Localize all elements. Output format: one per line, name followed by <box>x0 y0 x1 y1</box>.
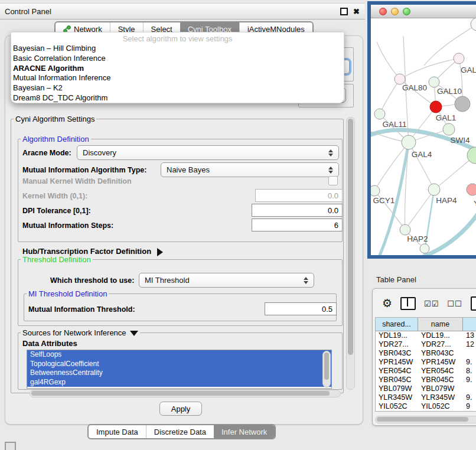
which-threshold-combobox[interactable]: MI Threshold <box>139 273 314 288</box>
table-horizontal-scrollbar[interactable] <box>375 416 476 423</box>
table-cell[interactable]: YDR27... <box>418 340 463 349</box>
table-cell[interactable]: YLR345W <box>418 393 463 402</box>
table-cell[interactable]: YLR345W <box>376 393 418 402</box>
table-row[interactable]: YDL19...YDL19...13 <box>376 331 476 340</box>
data-attribute-item[interactable]: BetweennessCentrality <box>27 369 331 378</box>
table-cell[interactable]: YBR045C <box>418 376 463 384</box>
table-cell[interactable]: YBL079W <box>418 384 463 393</box>
network-node-label: SWI4 <box>450 136 470 145</box>
network-node-gal[interactable] <box>454 53 464 64</box>
deselect-all-checkboxes-icon[interactable]: ☐☐ <box>447 299 462 308</box>
column-header-shared[interactable]: shared... <box>376 318 418 331</box>
table-row[interactable]: YIL052CYIL052C9 <box>376 402 476 411</box>
new-table-icon[interactable] <box>471 296 476 311</box>
control-panel-titlebar: Control Panel ✖ <box>0 3 365 19</box>
kernel-width-field[interactable]: 0.0 <box>255 189 343 202</box>
data-attribute-item[interactable]: gal4RGexp <box>27 378 331 387</box>
table-cell[interactable]: YPR145W <box>418 358 463 367</box>
table-row[interactable]: YBR043CYBR043C <box>376 349 476 358</box>
gear-icon[interactable]: ⚙ <box>382 298 392 309</box>
table-cell[interactable]: 12 <box>463 340 476 349</box>
table-row[interactable]: YBR045CYBR045C9. <box>376 376 476 384</box>
table-cell[interactable]: YER054C <box>418 367 463 376</box>
table-cell[interactable]: YDR27... <box>376 340 418 349</box>
table-cell[interactable]: YBR043C <box>418 349 463 358</box>
split-columns-icon[interactable] <box>400 297 416 310</box>
network-node-gal4[interactable] <box>402 135 416 149</box>
apply-button[interactable]: Apply <box>159 402 202 416</box>
table-cell[interactable]: YBR043C <box>376 349 418 358</box>
table-cell[interactable]: YBL079W <box>376 384 418 393</box>
network-node-y[interactable] <box>467 184 476 195</box>
close-window-icon[interactable] <box>379 8 387 15</box>
algorithm-option[interactable]: ARACNE Algorithm <box>11 64 344 74</box>
mini-palette-icon[interactable] <box>5 442 16 450</box>
network-node-label: GAL80 <box>402 83 427 92</box>
network-canvas[interactable]: GALGAL80GAL10GAL11GAL1GAL4SWI4GCY1HAP4YH… <box>371 18 476 255</box>
table-cell[interactable]: YER054C <box>376 367 418 376</box>
table-cell[interactable]: 8. <box>463 367 476 376</box>
algorithm-option[interactable]: Mutual Information Inference <box>11 73 344 83</box>
manual-kernel-width-checkbox[interactable] <box>328 176 338 185</box>
table-cell[interactable]: 9. <box>463 376 476 384</box>
network-node-gal1[interactable] <box>443 123 455 135</box>
sources-title[interactable]: Sources for Network Inference <box>21 328 140 337</box>
table-horizontal-scrollbar-thumb[interactable] <box>377 417 468 422</box>
settings-horizontal-scrollbar[interactable] <box>30 390 341 397</box>
dpi-tolerance-field[interactable]: 0.0 <box>252 204 343 217</box>
algorithm-option[interactable]: Basic Correlation Inference <box>11 54 344 64</box>
attributes-vertical-scrollbar[interactable] <box>322 351 331 387</box>
data-attribute-item[interactable]: SelfLoops <box>27 350 331 360</box>
table-cell[interactable]: 9. <box>463 358 476 367</box>
column-header-partial[interactable] <box>463 318 476 331</box>
network-window-titlebar[interactable] <box>371 5 476 18</box>
network-node-gcy1[interactable] <box>371 185 380 196</box>
table-cell[interactable]: YDL19... <box>418 331 463 340</box>
table-cell[interactable]: 9. <box>463 393 476 402</box>
table-cell[interactable]: YBR045C <box>376 376 418 384</box>
settings-vertical-scrollbar[interactable] <box>346 117 355 390</box>
select-all-checkboxes-icon[interactable]: ☑☑ <box>424 299 439 308</box>
table-cell[interactable]: YPR145W <box>376 358 418 367</box>
mi-threshold-field[interactable]: 0.5 <box>265 302 337 315</box>
algorithm-option[interactable]: Dream8 DC_TDC Algorithm <box>11 93 344 103</box>
mi-steps-field[interactable]: 6 <box>252 219 343 231</box>
network-node-gal11[interactable] <box>374 109 385 119</box>
table-cell[interactable] <box>463 384 476 393</box>
table-row[interactable]: YER054CYER054C8. <box>376 367 476 376</box>
algorithm-option[interactable]: Bayesian – Hill Climbing <box>11 44 344 54</box>
algorithm-option[interactable]: Bayesian – K2 <box>11 83 344 93</box>
close-panel-icon[interactable]: ✖ <box>353 8 360 15</box>
table-cell[interactable]: 9 <box>463 402 476 411</box>
settings-horizontal-scrollbar-thumb[interactable] <box>31 391 330 396</box>
tab-impute-data[interactable]: Impute Data <box>89 425 146 438</box>
table-cell[interactable]: YIL052C <box>418 402 463 411</box>
zoom-window-icon[interactable] <box>403 8 410 15</box>
network-node-hap2[interactable] <box>400 224 410 235</box>
table-cell[interactable]: 13 <box>463 331 476 340</box>
attributes-scrollbar-thumb[interactable] <box>324 353 329 380</box>
network-node-hap4[interactable] <box>428 184 440 195</box>
minimize-window-icon[interactable] <box>391 8 399 15</box>
data-attribute-item[interactable]: TopologicalCoefficient <box>27 360 331 369</box>
table-cell[interactable]: YDL19... <box>376 331 418 340</box>
tab-infer-network[interactable]: Infer Network <box>214 425 275 438</box>
float-panel-icon[interactable] <box>340 8 348 15</box>
data-attributes-list[interactable]: SelfLoopsTopologicalCoefficientBetweenne… <box>27 350 332 389</box>
network-node[interactable] <box>471 18 476 31</box>
network-node[interactable] <box>420 244 429 253</box>
network-node[interactable] <box>430 101 442 113</box>
tab-discretize-data[interactable]: Discretize Data <box>146 425 214 438</box>
aracne-mode-combobox[interactable]: Discovery <box>77 145 339 160</box>
mi-algorithm-type-combobox[interactable]: Naive Bayes <box>161 162 339 177</box>
table-row[interactable]: YLR345WYLR345W9. <box>376 393 476 402</box>
settings-vertical-scrollbar-thumb[interactable] <box>348 119 353 355</box>
table-cell[interactable]: YIL052C <box>376 402 418 411</box>
table-cell[interactable] <box>463 349 476 358</box>
table-row[interactable]: YDR27...YDR27...12 <box>376 340 476 349</box>
network-node[interactable] <box>455 96 470 112</box>
network-node-gal10[interactable] <box>429 77 439 87</box>
column-header-name[interactable]: name <box>418 318 463 331</box>
table-row[interactable]: YBL079WYBL079W <box>376 384 476 393</box>
table-row[interactable]: YPR145WYPR145W9. <box>376 358 476 367</box>
